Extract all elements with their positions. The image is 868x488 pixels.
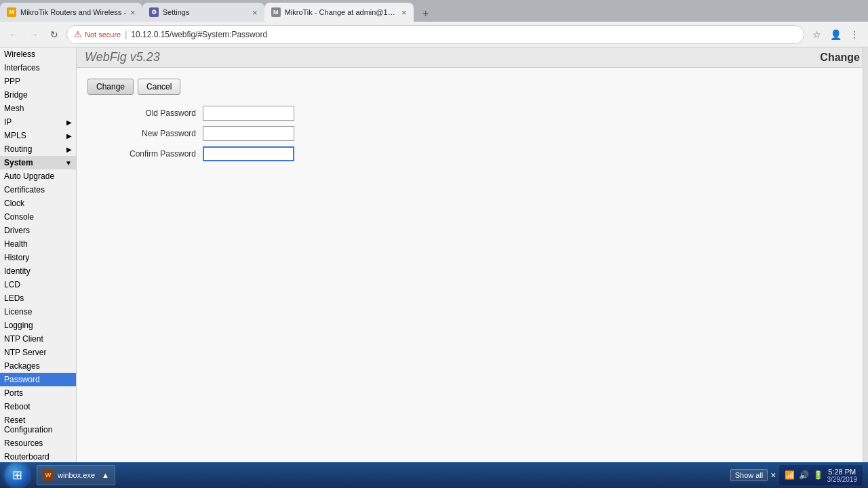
bookmark-icon[interactable]: ☆ <box>808 26 825 43</box>
tab-close-3[interactable]: × <box>401 7 407 18</box>
sidebar-label-wireless: Wireless <box>4 49 35 59</box>
user-icon[interactable]: 👤 <box>827 26 844 43</box>
sidebar-item-resources[interactable]: Resources <box>0 436 76 450</box>
sidebar-item-identity[interactable]: Identity <box>0 264 76 278</box>
sidebar-item-ports[interactable]: Ports <box>0 386 76 400</box>
page-title: Change <box>820 52 860 64</box>
sidebar-label-reboot: Reboot <box>4 402 31 411</box>
tab-mikrotik-change[interactable]: M MikroTik - Change at admin@10... × <box>264 3 414 22</box>
reload-button[interactable]: ↻ <box>46 26 62 43</box>
sidebar-item-packages[interactable]: Packages <box>0 359 76 373</box>
tray-time: 5:28 PM <box>827 468 858 476</box>
sidebar-item-logging[interactable]: Logging <box>0 319 76 332</box>
sidebar-label-ntp-client: NTP Client <box>4 334 43 344</box>
close-notification-icon[interactable]: × <box>770 470 776 481</box>
menu-icon[interactable]: ⋮ <box>846 26 863 43</box>
tab-icon-mikrotik: M <box>7 7 16 17</box>
sidebar-item-mpls[interactable]: MPLS ▶ <box>0 129 76 142</box>
sidebar-item-ntp-server[interactable]: NTP Server <box>0 346 76 359</box>
sidebar-label-ntp-server: NTP Server <box>4 348 46 357</box>
tab-bar: M MikroTik Routers and Wireless - × ⚙ Se… <box>0 0 868 22</box>
sidebar-item-license[interactable]: License <box>0 305 76 319</box>
cancel-button[interactable]: Cancel <box>138 79 180 95</box>
content-body: Change Cancel Old Password New Password … <box>77 68 868 178</box>
sidebar-label-mesh: Mesh <box>4 104 24 113</box>
old-password-input[interactable] <box>203 106 294 121</box>
new-tab-button[interactable]: + <box>416 5 435 22</box>
forward-button[interactable]: → <box>26 26 42 43</box>
sidebar-label-ip: IP <box>4 117 12 127</box>
back-button[interactable]: ← <box>5 26 22 43</box>
battery-icon: 🔋 <box>813 470 823 480</box>
sidebar-label-lcd: LCD <box>4 280 20 289</box>
sidebar-label-ppp: PPP <box>4 77 20 86</box>
taskbar-programs: W winbox.exe ▲ <box>34 465 725 485</box>
sidebar-item-routerboard[interactable]: Routerboard <box>0 450 76 462</box>
browser-chrome: M MikroTik Routers and Wireless - × ⚙ Se… <box>0 0 868 47</box>
sidebar-label-drivers: Drivers <box>4 226 30 235</box>
sidebar-label-system: System <box>4 158 33 167</box>
start-button[interactable]: ⊞ <box>0 462 34 488</box>
sidebar-item-health[interactable]: Health <box>0 237 76 251</box>
sidebar-label-ports: Ports <box>4 388 23 398</box>
main-layout: Wireless Interfaces PPP Bridge Mesh IP ▶… <box>0 47 868 462</box>
clock-display[interactable]: 5:28 PM 3/29/2019 <box>827 468 858 483</box>
sidebar-item-system[interactable]: System ▼ <box>0 156 76 169</box>
sidebar-item-lcd[interactable]: LCD <box>0 278 76 291</box>
sidebar: Wireless Interfaces PPP Bridge Mesh IP ▶… <box>0 47 77 462</box>
sidebar-item-mesh[interactable]: Mesh <box>0 102 76 115</box>
not-secure-label: Not secure <box>85 30 121 39</box>
sidebar-item-leds[interactable]: LEDs <box>0 291 76 305</box>
winbox-icon: W <box>43 470 54 481</box>
sidebar-label-certificates: Certificates <box>4 185 45 195</box>
sidebar-item-history[interactable]: History <box>0 251 76 264</box>
tab-close-2[interactable]: × <box>252 7 258 18</box>
tab-icon-change: M <box>271 7 281 17</box>
scrollbar[interactable] <box>863 47 868 462</box>
change-button[interactable]: Change <box>87 79 134 95</box>
password-form: Old Password New Password Confirm Passwo… <box>101 106 857 161</box>
sidebar-item-interfaces[interactable]: Interfaces <box>0 61 76 75</box>
tab-close-1[interactable]: × <box>130 7 136 18</box>
start-orb: ⊞ <box>5 463 29 487</box>
toolbar-icons: ☆ 👤 ⋮ <box>808 26 863 43</box>
sidebar-label-logging: Logging <box>4 321 33 330</box>
sidebar-item-password[interactable]: Password <box>0 373 76 386</box>
action-bar: Change Cancel <box>87 79 857 95</box>
sidebar-label-password: Password <box>4 375 40 384</box>
sidebar-arrow-ip: ▶ <box>66 119 72 126</box>
confirm-password-input[interactable] <box>203 146 294 161</box>
tab-label-2: Settings <box>163 8 248 16</box>
taskbar-winbox[interactable]: W winbox.exe ▲ <box>37 465 115 485</box>
sidebar-label-identity: Identity <box>4 266 31 276</box>
sidebar-arrow-mpls: ▶ <box>66 132 72 140</box>
sidebar-item-routing[interactable]: Routing ▶ <box>0 142 76 156</box>
sidebar-item-console[interactable]: Console <box>0 210 76 224</box>
taskbar-right: Show all × 📶 🔊 🔋 5:28 PM 3/29/2019 <box>725 465 868 485</box>
sidebar-label-leds: LEDs <box>4 293 24 303</box>
sidebar-item-certificates[interactable]: Certificates <box>0 183 76 197</box>
address-bar-row: ← → ↻ ⚠ Not secure | 10.12.0.15/webfig/#… <box>0 22 868 47</box>
new-password-input[interactable] <box>203 126 294 141</box>
sidebar-label-interfaces: Interfaces <box>4 63 40 73</box>
sidebar-label-console: Console <box>4 212 34 222</box>
sidebar-item-ip[interactable]: IP ▶ <box>0 115 76 129</box>
sidebar-item-drivers[interactable]: Drivers <box>0 224 76 237</box>
sidebar-item-clock[interactable]: Clock <box>0 197 76 210</box>
tab-settings[interactable]: ⚙ Settings × <box>142 3 264 22</box>
sidebar-item-reboot[interactable]: Reboot <box>0 400 76 413</box>
volume-icon: 🔊 <box>799 470 809 480</box>
content-header: WebFig v5.23 Change <box>77 47 868 68</box>
system-tray: 📶 🔊 🔋 5:28 PM 3/29/2019 <box>779 465 863 485</box>
show-all-button[interactable]: Show all <box>730 469 768 481</box>
sidebar-item-ntp-client[interactable]: NTP Client <box>0 332 76 346</box>
sidebar-item-bridge[interactable]: Bridge <box>0 88 76 102</box>
sidebar-item-reset-configuration[interactable]: Reset Configuration <box>0 413 76 436</box>
sidebar-item-auto-upgrade[interactable]: Auto Upgrade <box>0 169 76 183</box>
sidebar-item-wireless[interactable]: Wireless <box>0 47 76 61</box>
tab-mikrotik-routers[interactable]: M MikroTik Routers and Wireless - × <box>0 3 142 22</box>
sidebar-item-ppp[interactable]: PPP <box>0 75 76 88</box>
sidebar-label-routerboard: Routerboard <box>4 452 50 462</box>
sidebar-label-mpls: MPLS <box>4 131 26 140</box>
address-bar[interactable]: ⚠ Not secure | 10.12.0.15/webfig/#System… <box>66 25 804 44</box>
